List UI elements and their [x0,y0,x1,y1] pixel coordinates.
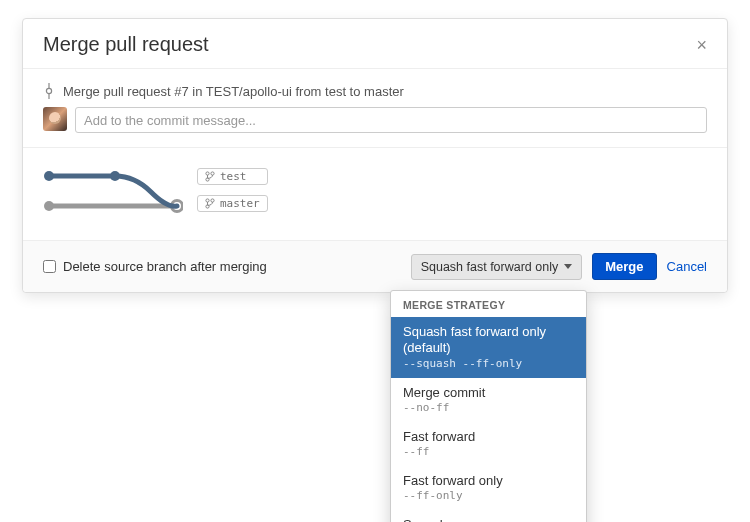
branch-graph: test master [43,162,707,218]
merge-strategy-label: Squash fast forward only [421,260,559,274]
merge-strategy-dropdown: MERGE STRATEGY Squash fast forward only … [390,290,587,522]
branch-tags: test master [197,168,268,212]
strategy-option-label: Squash [403,517,574,522]
footer-actions: Squash fast forward only Merge Cancel [411,253,707,280]
branch-icon [205,171,215,182]
strategy-option[interactable]: Fast forward only--ff-only [391,466,586,510]
svg-point-9 [211,172,214,175]
dialog-body: Merge pull request #7 in TEST/apollo-ui … [23,69,727,240]
delete-branch-row[interactable]: Delete source branch after merging [43,259,267,274]
delete-branch-label: Delete source branch after merging [63,259,267,274]
merge-dialog: Merge pull request × Merge pull request … [22,18,728,293]
commit-message-row [43,107,707,133]
commit-summary-row: Merge pull request #7 in TEST/apollo-ui … [43,83,707,99]
strategy-option-label: Squash fast forward only (default) [403,324,574,357]
svg-point-1 [46,88,51,93]
dialog-header: Merge pull request × [23,19,727,69]
strategy-option[interactable]: Merge commit--no-ff [391,378,586,422]
strategy-option-label: Merge commit [403,385,574,401]
svg-point-8 [206,172,209,175]
svg-point-4 [44,201,54,211]
target-branch-tag[interactable]: master [197,195,268,212]
commit-message-input[interactable] [75,107,707,133]
dropdown-items: Squash fast forward only (default)--squa… [391,317,586,522]
strategy-option[interactable]: Fast forward--ff [391,422,586,466]
commit-icon [43,83,55,99]
branch-icon [205,198,215,209]
commit-summary-text: Merge pull request #7 in TEST/apollo-ui … [63,84,404,99]
merge-strategy-dropdown-button[interactable]: Squash fast forward only [411,254,583,280]
chevron-down-icon [564,264,572,269]
merge-button[interactable]: Merge [592,253,656,280]
svg-point-6 [44,171,54,181]
dialog-footer: Delete source branch after merging Squas… [23,240,727,292]
strategy-option-command: --ff [403,445,574,458]
strategy-option-command: --ff-only [403,489,574,502]
cancel-link[interactable]: Cancel [667,259,707,274]
strategy-option-label: Fast forward only [403,473,574,489]
strategy-option-command: --no-ff [403,401,574,414]
delete-branch-checkbox[interactable] [43,260,56,273]
strategy-option[interactable]: Squash fast forward only (default)--squa… [391,317,586,378]
avatar [43,107,67,131]
strategy-option-command: --squash --ff-only [403,357,574,370]
target-branch-label: master [220,197,260,210]
strategy-option-label: Fast forward [403,429,574,445]
svg-point-12 [211,199,214,202]
dropdown-header: MERGE STRATEGY [391,291,586,317]
close-icon[interactable]: × [696,36,707,54]
divider [23,147,727,148]
svg-point-7 [110,171,120,181]
source-branch-label: test [220,170,247,183]
branch-graph-svg [43,162,183,218]
svg-point-11 [206,199,209,202]
dialog-title: Merge pull request [43,33,209,56]
strategy-option[interactable]: Squash--squash [391,510,586,522]
source-branch-tag[interactable]: test [197,168,268,185]
